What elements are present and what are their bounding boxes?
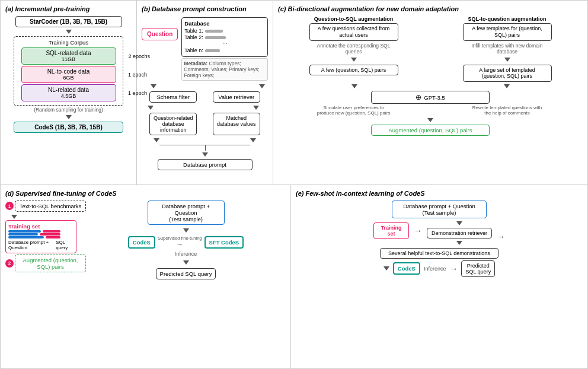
d-codes-box: CodeS bbox=[128, 236, 155, 249]
d-middle: Database prompt + Question (Test sample)… bbox=[86, 201, 286, 279]
sql2q-title: SQL-to-question augmentation bbox=[463, 16, 552, 22]
b-top-section: Question Database Table 1: Table 2: bbox=[142, 16, 268, 81]
d-arrow1 bbox=[11, 215, 17, 219]
b-arrow2-left bbox=[148, 106, 154, 110]
ts-bar1 bbox=[8, 230, 41, 233]
d-inference-label: Inference bbox=[175, 251, 197, 257]
c-columns: A few questions collected from actual us… bbox=[278, 23, 583, 82]
training-corpus-label: Training Corpus bbox=[17, 39, 120, 46]
sql-q-label: SQL query bbox=[56, 240, 74, 250]
nl-related-box: NL-related data 4.5GB bbox=[21, 84, 116, 101]
d-sft-box: SFT CodeS bbox=[204, 236, 244, 249]
random-note: (Random sampling for training) bbox=[5, 107, 132, 113]
metadata-box: Metadata: Column types; Comments; Values… bbox=[181, 58, 268, 81]
b-h-connector bbox=[159, 145, 250, 151]
v-line-center bbox=[205, 145, 206, 151]
db-info-box: Question-related database information bbox=[149, 113, 197, 135]
value-retriever-box: Value retriever bbox=[213, 91, 260, 103]
tablen-bar bbox=[205, 49, 220, 52]
gpt-box: ⊕ GPT-3.5 bbox=[371, 91, 490, 104]
panel-e: (e) Few-shot in-context learning of Code… bbox=[291, 185, 587, 369]
d-arrow3 bbox=[183, 260, 189, 265]
ts-bar2 bbox=[8, 233, 38, 236]
tablen-row: Table n: bbox=[184, 47, 265, 53]
few-templates-box: A few templates for (question, SQL) pair… bbox=[463, 23, 552, 41]
training-corpus-section: Training Corpus SQL-related data 11GB 2 … bbox=[14, 36, 123, 106]
e-arrow-right1: → bbox=[414, 226, 422, 236]
few-pairs-box: A few (question, SQL) pairs bbox=[309, 65, 398, 75]
schema-filter-box: Schema filter bbox=[149, 91, 197, 103]
table1-bar bbox=[205, 30, 223, 33]
panel-b-title: (b) Database prompt construction bbox=[142, 5, 268, 12]
c-arrow2 bbox=[504, 58, 510, 62]
ts-row2 bbox=[8, 233, 74, 236]
training-set-box: Training set bbox=[5, 220, 76, 253]
b-arrows-1 bbox=[142, 83, 268, 90]
c-arrow1 bbox=[351, 58, 357, 62]
e-codes-box: CodeS bbox=[393, 262, 420, 275]
table1-row: Table 1: bbox=[184, 28, 265, 34]
b-arrows-3 bbox=[142, 137, 268, 144]
b-arrow2-right bbox=[253, 106, 259, 110]
matched-values-box: Matched database values bbox=[213, 113, 260, 135]
db-box: Database Table 1: Table 2: ⋯ Table n: bbox=[181, 17, 268, 57]
e-arrow-right2: → bbox=[497, 232, 505, 241]
badge2: 2 bbox=[5, 259, 14, 268]
panel-a-title: (a) Incremental pre-training bbox=[5, 5, 132, 12]
nl-related-row: NL-related data 4.5GB 1 epoch bbox=[17, 84, 120, 101]
benchmark-box: Text-to-SQL benchmarks bbox=[15, 201, 86, 212]
db-section: Database Table 1: Table 2: ⋯ Table n: bbox=[181, 16, 268, 81]
c-arrow-aug bbox=[427, 118, 433, 122]
ts-bar3 bbox=[8, 236, 44, 238]
main-container: (a) Incremental pre-training StarCoder (… bbox=[0, 0, 588, 369]
e-training-branch: Training set bbox=[373, 222, 409, 239]
aug-dashed-box: Augmented (question, SQL) pairs bbox=[15, 255, 86, 272]
e-demo-branch: Demonstration retriever bbox=[427, 220, 492, 246]
e-inference-label: Inference bbox=[424, 266, 446, 272]
panel-d-title: (d) Supervised fine-tuning of CodeS bbox=[5, 190, 286, 197]
gpt-row: ⊕ GPT-3.5 bbox=[278, 91, 583, 104]
e-right-arrow2: → bbox=[497, 232, 505, 241]
e-flow: Database prompt + Question (Test sample)… bbox=[296, 201, 583, 277]
ts-row3 bbox=[8, 236, 74, 238]
e-demonstrations-box: Several helpful text-to-SQL demonstratio… bbox=[380, 248, 498, 259]
question-box: Question bbox=[142, 28, 178, 40]
question-section: Question bbox=[142, 28, 178, 40]
e-arrow-down1 bbox=[456, 221, 462, 225]
table2-row: Table 2: bbox=[184, 34, 265, 40]
d-arrow-label: Supervised fine-tuning → bbox=[158, 236, 202, 249]
nl-code-box: NL-to-code data 6GB bbox=[21, 66, 116, 83]
d-codes-row: CodeS Supervised fine-tuning → SFT CodeS bbox=[128, 236, 244, 249]
table2-bar bbox=[205, 36, 226, 39]
ts-bar1r bbox=[43, 230, 60, 233]
e-test-sample-box: Database prompt + Question (Test sample) bbox=[392, 201, 487, 218]
arrow-1 bbox=[66, 30, 72, 34]
c-arrows-gpt bbox=[278, 83, 583, 90]
top-row: (a) Incremental pre-training StarCoder (… bbox=[1, 1, 587, 185]
e-training-set-box: Training set bbox=[373, 222, 409, 239]
panel-e-title: (e) Few-shot in-context learning of Code… bbox=[296, 190, 583, 197]
few-questions-box: A few questions collected from actual us… bbox=[309, 23, 398, 41]
b-arrows-2 bbox=[142, 104, 268, 111]
d-left: 1 Text-to-SQL benchmarks Training set bbox=[5, 201, 82, 272]
e-demo-box: Demonstration retriever bbox=[427, 228, 492, 238]
e-predicted-box: Predicted SQL query bbox=[461, 260, 495, 277]
c-arrow-final bbox=[278, 117, 583, 123]
badge1-row: 1 Text-to-SQL benchmarks bbox=[5, 201, 86, 212]
c-arrow3-left bbox=[351, 84, 357, 88]
e-right-arrow3: → bbox=[449, 264, 458, 273]
templated-pairs-box: A large set of templated (question, SQL)… bbox=[463, 65, 552, 82]
panel-c: (c) Bi-directional augmentation for new … bbox=[273, 1, 587, 184]
codes-out-box: CodeS (1B, 3B, 7B, 15B) bbox=[14, 122, 123, 133]
gpt-icon: ⊕ bbox=[416, 93, 421, 101]
b-arrow-right bbox=[259, 84, 265, 88]
d-predicted-box: Predicted SQL query bbox=[156, 268, 216, 279]
badge1: 1 bbox=[5, 202, 14, 210]
dots: ⋯ bbox=[184, 41, 265, 47]
d-test-sample-box: Database prompt + Question (Test sample) bbox=[148, 201, 225, 225]
c-left-col: A few questions collected from actual us… bbox=[278, 23, 429, 82]
c-right-col: A few templates for (question, SQL) pair… bbox=[432, 23, 583, 82]
e-middle-row: Training set → Demonstration retriever bbox=[373, 220, 505, 246]
panel-d: (d) Supervised fine-tuning of CodeS 1 Te… bbox=[1, 185, 291, 369]
simulate-note: Simulate user preferences to produce new… bbox=[315, 105, 392, 116]
